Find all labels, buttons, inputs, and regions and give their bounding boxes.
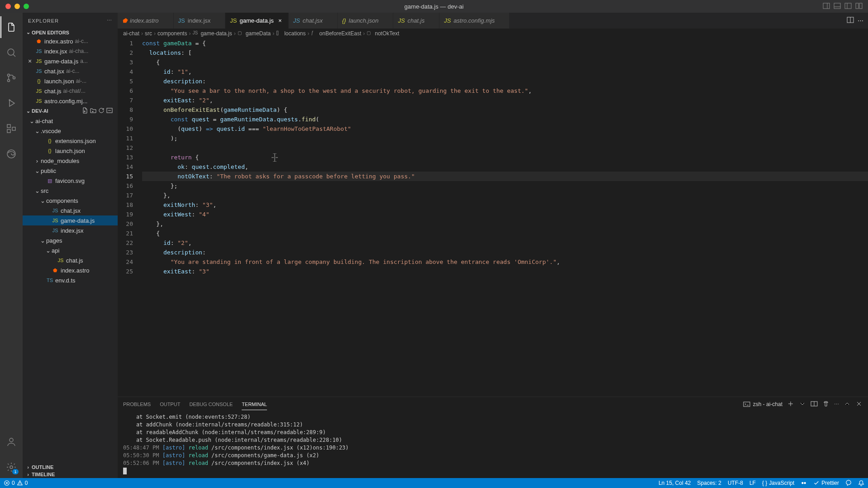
status-encoding[interactable]: UTF-8 — [728, 480, 743, 486]
collapse-icon[interactable] — [106, 107, 113, 115]
file-item[interactable]: JSindex.jsx — [23, 225, 118, 235]
close-icon[interactable]: × — [28, 57, 35, 65]
explorer-icon[interactable] — [0, 16, 22, 38]
folder-item[interactable]: ›node_modules — [23, 156, 118, 166]
status-feedback-icon[interactable] — [845, 480, 852, 486]
extensions-icon[interactable] — [0, 118, 22, 139]
svg-rect-2 — [834, 3, 840, 9]
tab-terminal[interactable]: TERMINAL — [242, 399, 267, 410]
panel-bottom-icon[interactable] — [834, 2, 841, 11]
layout-icon[interactable] — [855, 2, 863, 11]
terminal-dropdown-icon[interactable] — [799, 400, 806, 408]
sidebar-right-icon[interactable] — [844, 2, 852, 11]
terminal-new-icon[interactable] — [787, 400, 794, 408]
open-editor-item[interactable]: ×JSindex.jsxai-cha... — [23, 46, 118, 56]
new-file-icon[interactable] — [81, 107, 89, 115]
settings-icon[interactable]: 1 — [0, 456, 22, 478]
status-eol[interactable]: LF — [749, 480, 756, 486]
outline-header[interactable]: ›OUTLINE — [23, 464, 118, 471]
folder-item[interactable]: ⌄api — [23, 245, 118, 255]
open-editor-item[interactable]: ×JSgame-data.jsa... — [23, 56, 118, 66]
breadcrumb-item[interactable]: JSgame-data.js — [192, 30, 232, 37]
editor-tab[interactable]: {}launch.json× — [338, 13, 393, 29]
file-item[interactable]: TSenv.d.ts — [23, 275, 118, 285]
file-item[interactable]: {}launch.json — [23, 146, 118, 156]
terminal-split-icon[interactable] — [811, 400, 818, 408]
code-content[interactable]: const gameData = { locations: [ { id: "1… — [140, 38, 868, 397]
status-bell-icon[interactable] — [858, 480, 864, 486]
terminal-more-icon[interactable]: ⋯ — [834, 402, 839, 407]
js-file-icon: JS — [35, 97, 43, 105]
svg-marker-13 — [10, 100, 14, 106]
tab-output[interactable]: OUTPUT — [160, 399, 180, 410]
folder-item[interactable]: ⌄pages — [23, 235, 118, 245]
svg-rect-0 — [823, 3, 830, 9]
editor-tab[interactable]: JSgame-data.js× — [225, 13, 288, 29]
file-item[interactable]: {}extensions.json — [23, 136, 118, 146]
panel-tabs: PROBLEMS OUTPUT DEBUG CONSOLE TERMINAL z… — [118, 397, 868, 411]
editor-tab[interactable]: JSastro.config.mjs× — [439, 13, 510, 29]
breadcrumb-item[interactable]: ▢notOkText — [367, 30, 399, 37]
status-cursor[interactable]: Ln 15, Col 42 — [658, 480, 691, 486]
search-icon[interactable] — [0, 42, 22, 63]
status-language[interactable]: { }JavaScript — [762, 480, 794, 486]
editor-tab[interactable]: JSindex.jsx× — [174, 13, 226, 29]
open-editor-item[interactable]: ×JSastro.config.mj... — [23, 96, 118, 106]
editor-tab[interactable]: JSchat.jsx× — [289, 13, 338, 29]
open-editor-item[interactable]: ×⬟index.astroai-c... — [23, 36, 118, 46]
window-maximize[interactable] — [24, 4, 29, 9]
edge-icon[interactable] — [0, 143, 22, 165]
tab-problems[interactable]: PROBLEMS — [123, 399, 151, 410]
open-editor-item[interactable]: ×JSchat.jsxai-c... — [23, 66, 118, 76]
breadcrumb-item[interactable]: components — [157, 30, 187, 37]
status-copilot-icon[interactable] — [801, 480, 807, 486]
open-editor-item[interactable]: ×{}launch.jsonai-... — [23, 76, 118, 86]
folder-item[interactable]: ⌄components — [23, 196, 118, 206]
breadcrumb-item[interactable]: ai-chat — [123, 30, 139, 37]
editor-body[interactable]: 1234567891011121314151617181920212223242… — [118, 38, 868, 397]
account-icon[interactable] — [0, 431, 22, 453]
sidebar-more-icon[interactable]: ⋯ — [107, 18, 112, 24]
terminal-close-icon[interactable] — [855, 400, 863, 408]
timeline-header[interactable]: ›TIMELINE — [23, 471, 118, 478]
folder-item[interactable]: ⌄ai-chat — [23, 116, 118, 126]
folder-header[interactable]: ⌄DEV-AI — [23, 106, 118, 116]
new-folder-icon[interactable] — [90, 107, 97, 115]
file-item[interactable]: ⬟index.astro — [23, 265, 118, 275]
folder-item[interactable]: ⌄src — [23, 186, 118, 196]
open-editor-item[interactable]: ×JSchat.jsai-chat/... — [23, 86, 118, 96]
status-errors[interactable]: 0 0 — [4, 480, 28, 486]
folder-item[interactable]: ⌄public — [23, 166, 118, 176]
breadcrumbs[interactable]: ai-chat›src›components›JSgame-data.js›▢g… — [118, 29, 868, 38]
breadcrumb-item[interactable]: []locations — [276, 30, 305, 37]
open-editors-header[interactable]: ⌄OPEN EDITORS — [23, 29, 118, 36]
terminal-kill-icon[interactable] — [822, 400, 830, 408]
breadcrumb-item[interactable]: ▢gameData — [238, 30, 271, 37]
settings-badge: 1 — [12, 469, 19, 474]
breadcrumb-item[interactable]: ƒonBeforeExitEast — [311, 30, 362, 37]
breadcrumb-item[interactable]: src — [145, 30, 152, 37]
panel-toggle-icon[interactable] — [823, 2, 830, 11]
window-minimize[interactable] — [14, 4, 20, 9]
terminal-cursor — [123, 468, 127, 474]
status-spaces[interactable]: Spaces: 2 — [697, 480, 721, 486]
refresh-icon[interactable] — [98, 107, 105, 115]
file-item[interactable]: JSchat.js — [23, 255, 118, 265]
debug-icon[interactable] — [0, 92, 22, 114]
editor-tab[interactable]: JSchat.js× — [393, 13, 439, 29]
tab-more-icon[interactable]: ⋯ — [858, 17, 863, 24]
terminal-selector[interactable]: zsh - ai-chat — [743, 401, 782, 408]
status-prettier[interactable]: Prettier — [813, 480, 839, 486]
split-editor-icon[interactable] — [847, 16, 854, 25]
file-item[interactable]: ▧favicon.svg — [23, 176, 118, 186]
file-item[interactable]: JSgame-data.js — [23, 215, 118, 225]
window-close[interactable] — [5, 4, 11, 9]
folder-item[interactable]: ⌄.vscode — [23, 126, 118, 136]
tab-debug-console[interactable]: DEBUG CONSOLE — [189, 399, 233, 410]
terminal-output[interactable]: at Socket.emit (node:events:527:28) at a… — [118, 411, 868, 478]
tab-close-icon[interactable]: × — [277, 17, 284, 24]
terminal-maximize-icon[interactable] — [844, 400, 851, 408]
editor-tab[interactable]: ⬟index.astro× — [118, 13, 174, 29]
file-item[interactable]: JSchat.jsx — [23, 206, 118, 215]
source-control-icon[interactable] — [0, 67, 22, 89]
